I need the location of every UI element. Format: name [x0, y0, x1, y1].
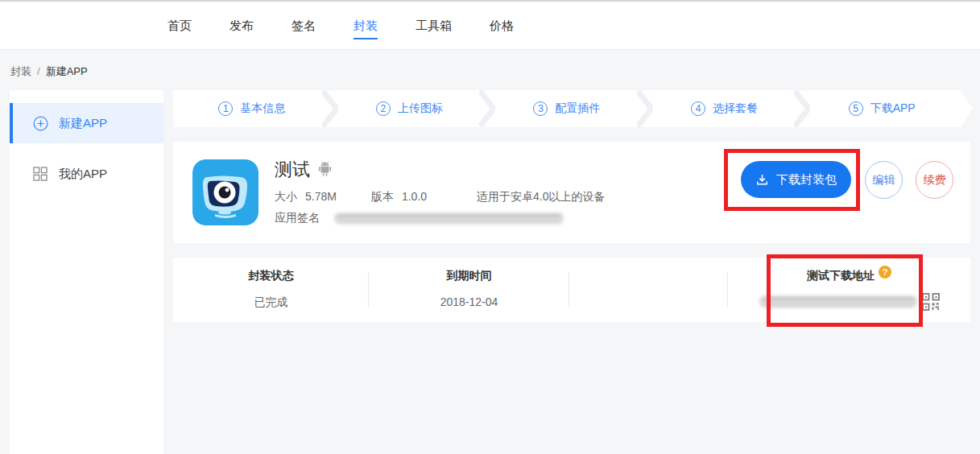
sidebar: 新建APP 我的APP — [10, 90, 163, 454]
step-number: 5 — [849, 101, 863, 116]
step-label: 下载APP — [870, 101, 916, 116]
steps-bar-arrow-tip — [961, 90, 973, 127]
grid-icon — [32, 166, 48, 182]
nav-item-price[interactable]: 价格 — [490, 2, 514, 50]
renew-button[interactable]: 续费 — [916, 161, 953, 199]
compatibility-text: 适用于安卓4.0以上的设备 — [477, 190, 605, 204]
app-card: 测试 大小 5.78M 版本 1.0.0 适用于安卓4.0以上的设备 应用签名 — [173, 142, 970, 243]
app-title: 测试 — [275, 158, 310, 182]
breadcrumb: 封装/新建APP — [10, 64, 88, 79]
app-signature-row: 应用签名 — [275, 211, 564, 225]
chevron-right-icon — [322, 90, 338, 127]
breadcrumb-root[interactable]: 封装 — [10, 65, 31, 77]
nav-item-toolbox[interactable]: 工具箱 — [416, 2, 452, 50]
plus-circle-icon — [32, 115, 48, 131]
step-download-app[interactable]: 5 下载APP — [803, 90, 961, 127]
size-value: 5.78M — [305, 190, 337, 204]
step-number: 2 — [376, 101, 391, 116]
app-icon — [192, 159, 258, 225]
app-meta-row: 大小 5.78M 版本 1.0.0 适用于安卓4.0以上的设备 — [275, 190, 606, 204]
chevron-right-icon — [479, 90, 495, 127]
download-url-blurred[interactable] — [759, 296, 917, 307]
nav-item-publish[interactable]: 发布 — [229, 2, 254, 50]
download-package-button[interactable]: 下载封装包 — [741, 161, 851, 198]
step-configure-plugins[interactable]: 3 配置插件 — [488, 90, 646, 127]
column-header: 封装状态 — [249, 269, 294, 283]
status-col-empty — [569, 258, 728, 322]
steps-bar: 1 基本信息 2 上传图标 3 配置插件 4 选择套餐 5 下载APP — [173, 90, 961, 127]
status-col-package-state: 封装状态 已完成 — [173, 258, 369, 322]
status-panel: 封装状态 已完成 到期时间 2018-12-04 测试下载地址 ? — [173, 258, 970, 322]
breadcrumb-current: 新建APP — [46, 65, 88, 77]
nav-item-home[interactable]: 首页 — [167, 2, 192, 50]
signature-value-blurred — [334, 213, 564, 224]
size-label: 大小 — [275, 190, 297, 204]
download-icon — [755, 173, 769, 187]
download-button-label: 下载封装包 — [776, 172, 837, 188]
top-header: 首页 发布 签名 封装 工具箱 价格 — [0, 2, 980, 50]
sidebar-item-new-app[interactable]: 新建APP — [10, 103, 163, 143]
step-upload-icon[interactable]: 2 上传图标 — [331, 90, 489, 127]
column-value: 2018-12-04 — [440, 295, 498, 308]
chevron-right-icon — [794, 90, 810, 127]
version-value: 1.0.0 — [402, 190, 427, 204]
status-col-test-download: 测试下载地址 ? — [728, 258, 970, 322]
sidebar-item-label: 我的APP — [59, 167, 107, 182]
step-number: 3 — [533, 101, 548, 116]
step-number: 1 — [218, 101, 233, 116]
step-label: 基本信息 — [240, 101, 285, 116]
help-icon[interactable]: ? — [879, 266, 891, 279]
column-value: 已完成 — [254, 295, 288, 310]
step-label: 选择套餐 — [713, 101, 758, 116]
sidebar-item-label: 新建APP — [59, 116, 107, 131]
qr-code-icon[interactable] — [922, 293, 940, 311]
signature-label: 应用签名 — [275, 211, 320, 225]
sidebar-item-my-app[interactable]: 我的APP — [10, 154, 163, 194]
column-header: 测试下载地址 — [807, 269, 875, 283]
step-label: 配置插件 — [555, 101, 600, 116]
step-choose-plan[interactable]: 4 选择套餐 — [646, 90, 804, 127]
step-number: 4 — [691, 101, 705, 116]
nav-item-package[interactable]: 封装 — [354, 2, 378, 50]
nav-item-signature[interactable]: 签名 — [292, 2, 316, 50]
column-header: 到期时间 — [447, 269, 492, 283]
chevron-right-icon — [637, 90, 653, 127]
version-label: 版本 — [371, 190, 394, 204]
breadcrumb-separator: / — [37, 65, 40, 77]
android-icon — [318, 161, 332, 180]
edit-button[interactable]: 编辑 — [865, 161, 903, 199]
status-col-expiry: 到期时间 2018-12-04 — [369, 258, 569, 322]
step-label: 上传图标 — [398, 101, 443, 116]
main-nav: 首页 发布 签名 封装 工具箱 价格 — [167, 2, 514, 50]
step-basic-info[interactable]: 1 基本信息 — [173, 90, 331, 127]
